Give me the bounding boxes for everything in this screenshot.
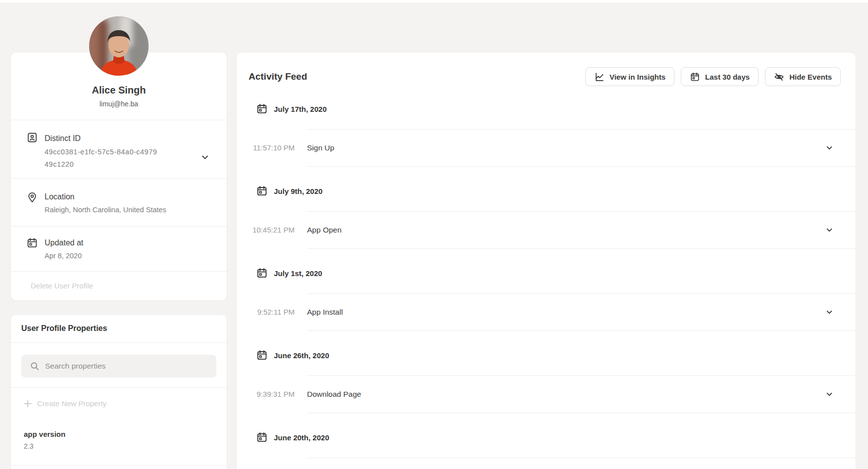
top-header-strip <box>0 0 868 2</box>
divider <box>11 387 227 388</box>
feed-group: July 17th, 2020 11:57:10 PM Sign Up <box>237 103 856 167</box>
feed-date-header: July 17th, 2020 <box>237 103 856 115</box>
event-time: 9:39:31 PM <box>249 389 295 400</box>
date-range-button[interactable]: Last 30 days <box>681 67 759 86</box>
event-time: 10:45:21 PM <box>249 225 295 235</box>
event-row[interactable]: 10:45:21 PM App Open <box>237 211 856 249</box>
calendar-icon <box>690 72 700 82</box>
profile-name: Alice Singh <box>11 84 227 96</box>
divider <box>307 248 856 249</box>
feed-date: June 26th, 2020 <box>274 351 329 360</box>
search-icon <box>30 361 40 371</box>
distinct-id-value: 49cc0381-e1fc-57c5-84a0-c497949c1220 <box>45 146 157 171</box>
event-row[interactable]: 9:52:11 PM App Install <box>237 293 856 331</box>
divider <box>307 413 856 413</box>
profile-email: limuj@he.ba <box>11 98 227 109</box>
view-in-insights-label: View in Insights <box>610 73 665 81</box>
view-in-insights-button[interactable]: View in Insights <box>585 67 674 86</box>
divider <box>307 458 856 458</box>
activity-feed: July 17th, 2020 11:57:10 PM Sign Up July… <box>237 103 856 469</box>
divider <box>11 465 227 466</box>
divider <box>307 166 856 167</box>
calendar-icon <box>26 237 38 249</box>
search-properties-input[interactable] <box>45 362 208 371</box>
location-label: Location <box>45 191 75 203</box>
feed-group: June 26th, 2020 9:39:31 PM Download Page <box>237 349 856 413</box>
calendar-icon <box>256 349 268 361</box>
feed-date-header: June 26th, 2020 <box>237 349 856 361</box>
event-name: Sign Up <box>307 142 334 154</box>
chevron-down-icon[interactable] <box>825 308 834 317</box>
event-name: Download Page <box>307 388 361 400</box>
avatar-illustration <box>89 16 149 76</box>
delete-user-profile-button[interactable]: Delete User Profile <box>31 280 93 292</box>
divider <box>11 271 227 272</box>
hide-events-button[interactable]: Hide Events <box>765 67 841 86</box>
divider <box>307 330 856 331</box>
create-new-property-button[interactable]: Create New Property <box>24 398 106 410</box>
updated-at-label: Updated at <box>45 237 83 249</box>
divider <box>11 120 227 120</box>
property-value: 2.3 <box>24 441 33 452</box>
divider <box>307 375 856 376</box>
calendar-icon <box>256 103 268 115</box>
divider <box>11 342 227 343</box>
calendar-icon <box>256 267 268 279</box>
feed-date: June 20th, 2020 <box>274 433 329 442</box>
event-name: App Install <box>307 306 343 318</box>
feed-group: July 9th, 2020 10:45:21 PM App Open <box>237 185 856 249</box>
search-properties-box[interactable] <box>21 355 216 377</box>
feed-group: June 20th, 2020 <box>237 431 856 458</box>
feed-date: July 9th, 2020 <box>274 187 322 195</box>
create-new-property-label: Create New Property <box>37 398 106 410</box>
chevron-down-icon[interactable] <box>825 390 834 399</box>
eye-off-icon <box>774 72 784 82</box>
date-range-label: Last 30 days <box>705 73 750 81</box>
divider <box>237 458 856 458</box>
properties-title: User Profile Properties <box>21 322 107 335</box>
user-profile-properties-card: User Profile Properties Create New Prope… <box>11 315 227 469</box>
location-pin-icon <box>26 191 38 203</box>
divider <box>11 226 227 227</box>
insights-chart-icon <box>594 72 605 82</box>
feed-date: July 17th, 2020 <box>274 105 327 113</box>
feed-date-header: June 20th, 2020 <box>237 431 856 443</box>
chevron-down-icon[interactable] <box>825 226 834 234</box>
page: Alice Singh limuj@he.ba Distinct ID 49cc… <box>0 0 868 469</box>
event-time: 11:57:10 PM <box>249 142 295 153</box>
calendar-icon <box>256 431 268 443</box>
calendar-icon <box>256 185 268 197</box>
activity-feed-card: Activity Feed View in Insights Last 30 d… <box>237 52 856 469</box>
divider <box>307 129 856 130</box>
chevron-down-icon[interactable] <box>825 143 834 152</box>
event-row[interactable]: 11:57:10 PM Sign Up <box>237 129 856 167</box>
chevron-down-icon[interactable] <box>200 152 210 162</box>
hide-events-label: Hide Events <box>789 73 832 81</box>
feed-group: July 1st, 2020 9:52:11 PM App Install <box>237 267 856 331</box>
activity-feed-title: Activity Feed <box>249 70 307 83</box>
property-name: app version <box>24 428 65 440</box>
divider <box>11 178 227 179</box>
event-name: App Open <box>307 224 342 236</box>
distinct-id-label: Distinct ID <box>45 133 81 144</box>
profile-card: Alice Singh limuj@he.ba Distinct ID 49cc… <box>11 52 227 300</box>
avatar <box>89 16 149 76</box>
plus-icon <box>24 400 32 408</box>
location-value: Raleigh, North Carolina, United States <box>45 204 166 216</box>
feed-date-header: July 9th, 2020 <box>237 185 856 197</box>
feed-date: July 1st, 2020 <box>274 269 322 278</box>
activity-toolbar: View in Insights Last 30 days Hide Event… <box>585 67 841 86</box>
event-row[interactable]: 9:39:31 PM Download Page <box>237 375 856 413</box>
event-time: 9:52:11 PM <box>249 307 295 318</box>
feed-date-header: July 1st, 2020 <box>237 267 856 279</box>
updated-at-value: Apr 8, 2020 <box>45 250 82 262</box>
divider <box>307 293 856 294</box>
divider <box>307 211 856 212</box>
id-card-icon <box>26 132 38 143</box>
